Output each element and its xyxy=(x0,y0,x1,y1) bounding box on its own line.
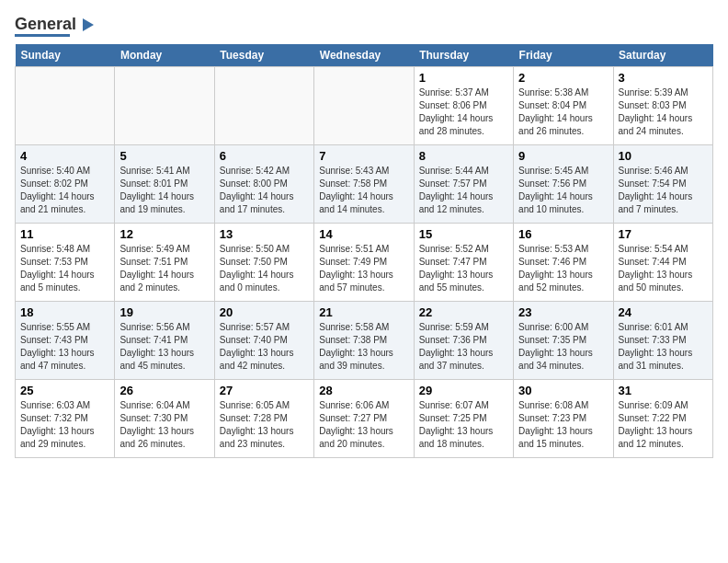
calendar-header: SundayMondayTuesdayWednesdayThursdayFrid… xyxy=(16,44,713,67)
calendar-cell xyxy=(16,67,115,145)
day-number: 9 xyxy=(518,149,608,163)
day-info: Sunrise: 5:45 AM Sunset: 7:56 PM Dayligh… xyxy=(518,165,608,216)
day-info: Sunrise: 5:38 AM Sunset: 8:04 PM Dayligh… xyxy=(518,86,608,138)
day-info: Sunrise: 5:54 AM Sunset: 7:44 PM Dayligh… xyxy=(619,243,708,294)
calendar-cell: 14Sunrise: 5:51 AM Sunset: 7:49 PM Dayli… xyxy=(314,224,414,302)
calendar-cell: 17Sunrise: 5:54 AM Sunset: 7:44 PM Dayli… xyxy=(613,224,712,302)
day-info: Sunrise: 5:42 AM Sunset: 8:00 PM Dayligh… xyxy=(220,165,309,216)
day-info: Sunrise: 6:00 AM Sunset: 7:35 PM Dayligh… xyxy=(518,321,608,373)
day-info: Sunrise: 6:07 AM Sunset: 7:25 PM Dayligh… xyxy=(419,399,508,451)
calendar-cell: 27Sunrise: 6:05 AM Sunset: 7:28 PM Dayli… xyxy=(214,380,313,458)
day-number: 10 xyxy=(619,149,708,163)
day-info: Sunrise: 5:41 AM Sunset: 8:01 PM Dayligh… xyxy=(119,165,209,216)
calendar-cell: 26Sunrise: 6:04 AM Sunset: 7:30 PM Dayli… xyxy=(115,380,214,458)
day-info: Sunrise: 5:39 AM Sunset: 8:03 PM Dayligh… xyxy=(619,86,708,138)
day-number: 3 xyxy=(619,71,708,85)
logo-text: General xyxy=(15,15,94,34)
day-number: 5 xyxy=(119,149,209,163)
header-row: SundayMondayTuesdayWednesdayThursdayFrid… xyxy=(16,44,713,67)
calendar-cell: 31Sunrise: 6:09 AM Sunset: 7:22 PM Dayli… xyxy=(613,380,712,458)
header-day-thursday: Thursday xyxy=(414,44,513,67)
week-row-5: 25Sunrise: 6:03 AM Sunset: 7:32 PM Dayli… xyxy=(16,380,713,458)
logo-arrow-icon xyxy=(83,18,94,31)
calendar-cell: 23Sunrise: 6:00 AM Sunset: 7:35 PM Dayli… xyxy=(514,302,613,380)
week-row-3: 11Sunrise: 5:48 AM Sunset: 7:53 PM Dayli… xyxy=(16,224,713,302)
calendar-cell: 4Sunrise: 5:40 AM Sunset: 8:02 PM Daylig… xyxy=(16,145,115,224)
day-number: 22 xyxy=(419,305,508,319)
calendar-cell: 11Sunrise: 5:48 AM Sunset: 7:53 PM Dayli… xyxy=(16,224,115,302)
day-number: 30 xyxy=(518,384,608,397)
header-day-friday: Friday xyxy=(514,44,613,67)
logo: General xyxy=(15,15,94,37)
calendar-cell: 15Sunrise: 5:52 AM Sunset: 7:47 PM Dayli… xyxy=(414,224,513,302)
calendar-body: 1Sunrise: 5:37 AM Sunset: 8:06 PM Daylig… xyxy=(16,67,713,458)
day-info: Sunrise: 5:57 AM Sunset: 7:40 PM Dayligh… xyxy=(220,321,309,373)
day-number: 14 xyxy=(319,227,408,241)
calendar-cell: 18Sunrise: 5:55 AM Sunset: 7:43 PM Dayli… xyxy=(16,302,115,380)
header-day-sunday: Sunday xyxy=(16,44,115,67)
day-number: 8 xyxy=(419,149,508,163)
day-number: 25 xyxy=(20,384,109,397)
header-day-wednesday: Wednesday xyxy=(314,44,414,67)
day-number: 24 xyxy=(619,305,708,319)
day-info: Sunrise: 6:04 AM Sunset: 7:30 PM Dayligh… xyxy=(119,399,209,451)
day-number: 17 xyxy=(619,227,708,241)
day-number: 28 xyxy=(319,384,408,397)
logo-underline xyxy=(15,34,70,37)
day-number: 12 xyxy=(119,227,209,241)
day-number: 26 xyxy=(119,384,209,397)
calendar-cell: 8Sunrise: 5:44 AM Sunset: 7:57 PM Daylig… xyxy=(414,145,513,224)
calendar-table: SundayMondayTuesdayWednesdayThursdayFrid… xyxy=(15,44,713,458)
calendar-cell: 6Sunrise: 5:42 AM Sunset: 8:00 PM Daylig… xyxy=(214,145,313,224)
calendar-cell: 10Sunrise: 5:46 AM Sunset: 7:54 PM Dayli… xyxy=(613,145,712,224)
day-info: Sunrise: 6:01 AM Sunset: 7:33 PM Dayligh… xyxy=(619,321,708,373)
day-info: Sunrise: 5:37 AM Sunset: 8:06 PM Dayligh… xyxy=(419,86,508,138)
day-info: Sunrise: 5:50 AM Sunset: 7:50 PM Dayligh… xyxy=(220,243,309,294)
day-info: Sunrise: 6:06 AM Sunset: 7:27 PM Dayligh… xyxy=(319,399,408,451)
calendar-cell: 2Sunrise: 5:38 AM Sunset: 8:04 PM Daylig… xyxy=(514,67,613,145)
calendar-cell: 22Sunrise: 5:59 AM Sunset: 7:36 PM Dayli… xyxy=(414,302,513,380)
calendar-cell: 5Sunrise: 5:41 AM Sunset: 8:01 PM Daylig… xyxy=(115,145,214,224)
week-row-2: 4Sunrise: 5:40 AM Sunset: 8:02 PM Daylig… xyxy=(16,145,713,224)
calendar-cell xyxy=(214,67,313,145)
day-info: Sunrise: 5:48 AM Sunset: 7:53 PM Dayligh… xyxy=(20,243,109,294)
day-number: 20 xyxy=(220,305,309,319)
day-info: Sunrise: 5:52 AM Sunset: 7:47 PM Dayligh… xyxy=(419,243,508,294)
day-info: Sunrise: 6:03 AM Sunset: 7:32 PM Dayligh… xyxy=(20,399,109,451)
day-number: 29 xyxy=(419,384,508,397)
calendar-cell: 9Sunrise: 5:45 AM Sunset: 7:56 PM Daylig… xyxy=(514,145,613,224)
calendar-cell: 30Sunrise: 6:08 AM Sunset: 7:23 PM Dayli… xyxy=(514,380,613,458)
calendar-cell: 12Sunrise: 5:49 AM Sunset: 7:51 PM Dayli… xyxy=(115,224,214,302)
day-info: Sunrise: 5:56 AM Sunset: 7:41 PM Dayligh… xyxy=(119,321,209,373)
day-info: Sunrise: 5:43 AM Sunset: 7:58 PM Dayligh… xyxy=(319,165,408,216)
calendar-cell: 19Sunrise: 5:56 AM Sunset: 7:41 PM Dayli… xyxy=(115,302,214,380)
week-row-1: 1Sunrise: 5:37 AM Sunset: 8:06 PM Daylig… xyxy=(16,67,713,145)
day-number: 18 xyxy=(20,305,109,319)
calendar-cell: 24Sunrise: 6:01 AM Sunset: 7:33 PM Dayli… xyxy=(613,302,712,380)
day-info: Sunrise: 6:05 AM Sunset: 7:28 PM Dayligh… xyxy=(220,399,309,451)
day-number: 31 xyxy=(619,384,708,397)
calendar-cell: 28Sunrise: 6:06 AM Sunset: 7:27 PM Dayli… xyxy=(314,380,414,458)
day-number: 23 xyxy=(518,305,608,319)
calendar-cell: 1Sunrise: 5:37 AM Sunset: 8:06 PM Daylig… xyxy=(414,67,513,145)
day-info: Sunrise: 5:51 AM Sunset: 7:49 PM Dayligh… xyxy=(319,243,408,294)
day-info: Sunrise: 5:58 AM Sunset: 7:38 PM Dayligh… xyxy=(319,321,408,373)
day-number: 16 xyxy=(518,227,608,241)
calendar-cell: 20Sunrise: 5:57 AM Sunset: 7:40 PM Dayli… xyxy=(214,302,313,380)
day-info: Sunrise: 6:09 AM Sunset: 7:22 PM Dayligh… xyxy=(619,399,708,451)
calendar-cell: 13Sunrise: 5:50 AM Sunset: 7:50 PM Dayli… xyxy=(214,224,313,302)
day-number: 4 xyxy=(20,149,109,163)
day-info: Sunrise: 5:40 AM Sunset: 8:02 PM Dayligh… xyxy=(20,165,109,216)
calendar-cell: 7Sunrise: 5:43 AM Sunset: 7:58 PM Daylig… xyxy=(314,145,414,224)
day-number: 1 xyxy=(419,71,508,85)
logo-general: General xyxy=(15,15,76,33)
day-info: Sunrise: 5:44 AM Sunset: 7:57 PM Dayligh… xyxy=(419,165,508,216)
calendar-cell: 16Sunrise: 5:53 AM Sunset: 7:46 PM Dayli… xyxy=(514,224,613,302)
day-info: Sunrise: 5:49 AM Sunset: 7:51 PM Dayligh… xyxy=(119,243,209,294)
day-number: 6 xyxy=(220,149,309,163)
day-info: Sunrise: 5:46 AM Sunset: 7:54 PM Dayligh… xyxy=(619,165,708,216)
page-header: General xyxy=(15,15,713,37)
day-number: 21 xyxy=(319,305,408,319)
calendar-cell xyxy=(115,67,214,145)
header-day-saturday: Saturday xyxy=(613,44,712,67)
